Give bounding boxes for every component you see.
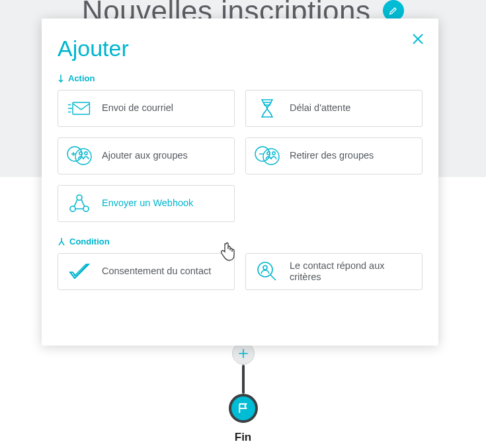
option-delay[interactable]: Délai d'attente: [245, 90, 423, 127]
option-label: Ajouter aux groupes: [102, 150, 188, 161]
option-send-email[interactable]: Envoi de courriel: [58, 90, 235, 127]
add-step-modal: Ajouter Action Envoi de courriel: [42, 19, 438, 346]
modal-title: Ajouter: [58, 36, 423, 61]
svg-point-6: [263, 149, 279, 165]
flow-end-node[interactable]: [229, 394, 258, 423]
groups-remove-icon: [254, 143, 280, 169]
check-icon: [66, 258, 93, 285]
flow-connector: [242, 365, 245, 394]
hourglass-icon: [254, 95, 280, 122]
groups-add-icon: [66, 143, 93, 169]
section-condition-label: Condition: [69, 237, 110, 246]
option-send-webhook[interactable]: Envoyer un Webhook: [58, 185, 235, 222]
add-step-button[interactable]: [232, 342, 255, 365]
section-condition-header: Condition: [58, 237, 423, 246]
option-remove-groups[interactable]: Retirer des groupes: [245, 137, 423, 174]
mail-icon: [66, 95, 93, 122]
svg-point-3: [79, 152, 82, 155]
flow-end-label: Fin: [235, 431, 252, 444]
option-criteria[interactable]: Le contact répond aux critères: [245, 253, 423, 290]
svg-point-8: [272, 152, 275, 155]
svg-rect-0: [73, 102, 89, 114]
workflow-canvas: Fin: [0, 342, 486, 444]
search-contact-icon: [254, 258, 280, 285]
option-label: Le contact répond aux critères: [290, 260, 414, 283]
svg-point-7: [267, 152, 270, 155]
option-add-groups[interactable]: Ajouter aux groupes: [58, 137, 235, 174]
section-action-header: Action: [58, 73, 423, 83]
svg-point-10: [70, 206, 75, 211]
option-consent[interactable]: Consentement du contact: [58, 253, 235, 290]
option-label: Envoyer un Webhook: [102, 198, 193, 209]
option-label: Retirer des groupes: [290, 150, 374, 161]
svg-point-13: [263, 266, 267, 270]
section-action-label: Action: [68, 73, 95, 83]
svg-point-11: [83, 206, 89, 211]
option-label: Délai d'attente: [290, 102, 350, 114]
webhook-icon: [66, 190, 93, 217]
close-button[interactable]: [409, 30, 426, 48]
svg-point-2: [75, 149, 91, 165]
svg-point-4: [85, 152, 87, 155]
option-label: Envoi de courriel: [102, 102, 173, 114]
svg-point-9: [77, 195, 82, 200]
option-label: Consentement du contact: [102, 266, 211, 277]
